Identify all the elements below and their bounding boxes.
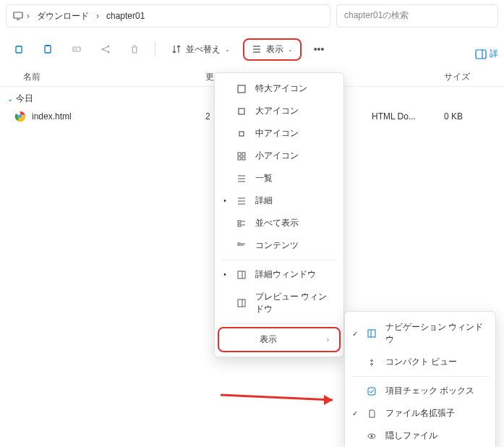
menu-item-filename-extensions[interactable]: ✓ファイル名拡張子 xyxy=(345,402,495,425)
svg-point-47 xyxy=(371,435,373,437)
square-icon xyxy=(235,106,248,116)
list-icon xyxy=(235,174,248,184)
section-label: 今日 xyxy=(16,93,33,105)
separator xyxy=(221,323,338,324)
col-size[interactable]: サイズ xyxy=(444,71,494,83)
annotation-arrow xyxy=(221,389,343,411)
chevron-down-icon: ⌄ xyxy=(7,95,13,103)
sort-button[interactable]: 並べ替え ⌄ xyxy=(164,40,237,59)
menu-item-navigation-window[interactable]: ✓ナビゲーション ウィンドウ xyxy=(345,316,495,351)
separator xyxy=(221,260,338,260)
menu-item-large-icons[interactable]: 大アイコン xyxy=(215,100,343,122)
compact-icon xyxy=(365,357,378,367)
svg-point-7 xyxy=(102,48,104,51)
content-icon xyxy=(235,241,248,251)
menu-item-show-submenu[interactable]: 表示› xyxy=(218,327,341,352)
breadcrumb-item-downloads[interactable]: ダウンロード xyxy=(33,9,93,24)
sort-icon xyxy=(171,44,181,54)
menu-item-medium-icons[interactable]: 中アイコン xyxy=(215,122,343,145)
svg-rect-34 xyxy=(238,224,241,226)
view-label: 表示 xyxy=(266,43,283,56)
file-size: 0 KB xyxy=(444,111,494,122)
svg-rect-3 xyxy=(45,46,51,53)
square-icon xyxy=(235,129,248,139)
svg-rect-21 xyxy=(239,132,244,136)
file-name: index.html xyxy=(32,111,72,122)
monitor-icon xyxy=(12,10,24,22)
list-icon xyxy=(252,44,262,54)
panel-icon xyxy=(365,328,378,339)
breadcrumb-item-chapter01[interactable]: chapter01 xyxy=(102,9,149,22)
list-icon xyxy=(235,196,248,206)
menu-item-preview-window[interactable]: プレビュー ウィンドウ xyxy=(215,286,343,320)
svg-rect-13 xyxy=(476,50,486,59)
grid-icon xyxy=(235,151,248,161)
menu-item-item-checkboxes[interactable]: 項目チェック ボックス xyxy=(345,380,495,402)
svg-point-18 xyxy=(19,115,22,118)
panel-icon xyxy=(235,270,248,280)
chevron-down-icon: ⌄ xyxy=(225,46,230,53)
svg-line-48 xyxy=(221,395,333,400)
svg-rect-41 xyxy=(238,299,245,307)
chevron-right-icon: › xyxy=(327,336,329,344)
rename-icon[interactable]: A xyxy=(65,38,88,61)
menu-item-compact-view[interactable]: コンパクト ビュー xyxy=(345,351,495,373)
breadcrumb[interactable]: › ダウンロード › chapter01 xyxy=(6,4,330,27)
svg-marker-49 xyxy=(324,395,333,405)
svg-rect-22 xyxy=(238,153,241,156)
separator xyxy=(351,376,490,377)
checkbox-icon xyxy=(365,386,378,396)
svg-rect-24 xyxy=(238,157,241,160)
details-toggle[interactable]: 詳 xyxy=(475,48,498,60)
delete-icon[interactable] xyxy=(123,38,146,61)
menu-item-content[interactable]: コンテンツ xyxy=(215,234,343,257)
copy-icon[interactable] xyxy=(7,38,30,61)
square-icon xyxy=(235,84,248,94)
menu-item-details[interactable]: •詳細 xyxy=(215,190,343,212)
svg-point-8 xyxy=(108,46,110,48)
paste-icon[interactable] xyxy=(36,38,59,61)
col-type[interactable] xyxy=(372,71,444,83)
chevron-down-icon: ⌄ xyxy=(288,46,293,53)
svg-rect-32 xyxy=(238,221,241,223)
separator xyxy=(155,42,155,56)
chrome-icon xyxy=(14,111,26,122)
svg-rect-36 xyxy=(238,243,240,245)
details-label: 詳 xyxy=(490,48,498,60)
col-name[interactable]: 名前 xyxy=(10,71,205,83)
sort-label: 並べ替え xyxy=(186,43,221,56)
svg-rect-43 xyxy=(368,330,375,337)
svg-rect-4 xyxy=(46,45,49,46)
menu-item-extra-large-icons[interactable]: 特大アイコン xyxy=(215,77,343,100)
file-type: HTML Do... xyxy=(372,111,444,122)
menu-item-hidden-files[interactable]: 隠しファイル xyxy=(345,425,495,447)
svg-rect-25 xyxy=(242,157,245,160)
show-submenu: ✓ナビゲーション ウィンドウ コンパクト ビュー 項目チェック ボックス ✓ファ… xyxy=(344,311,496,447)
share-icon[interactable] xyxy=(94,38,117,61)
view-menu: 特大アイコン 大アイコン 中アイコン 小アイコン 一覧 •詳細 並べて表示 コン… xyxy=(214,72,344,357)
svg-rect-19 xyxy=(238,85,245,93)
svg-rect-39 xyxy=(238,271,245,278)
svg-text:A: A xyxy=(74,47,77,51)
menu-item-small-icons[interactable]: 小アイコン xyxy=(215,145,343,167)
svg-rect-2 xyxy=(16,46,22,53)
more-icon[interactable]: ••• xyxy=(307,38,330,61)
menu-item-details-window[interactable]: •詳細ウィンドウ xyxy=(215,263,343,286)
search-input[interactable]: chapter01の検索 xyxy=(336,4,498,27)
chevron-right-icon: › xyxy=(25,11,31,21)
svg-rect-45 xyxy=(368,388,375,395)
svg-rect-23 xyxy=(242,153,245,156)
eye-icon xyxy=(365,431,378,441)
chevron-right-icon: › xyxy=(95,11,101,21)
view-button[interactable]: 表示 ⌄ xyxy=(243,38,302,61)
file-icon xyxy=(365,409,378,419)
svg-point-9 xyxy=(108,51,110,54)
panel-icon xyxy=(235,298,248,308)
svg-rect-0 xyxy=(14,12,22,18)
tiles-icon xyxy=(235,218,248,229)
menu-item-list[interactable]: 一覧 xyxy=(215,167,343,190)
svg-rect-20 xyxy=(239,108,244,114)
menu-item-tiles[interactable]: 並べて表示 xyxy=(215,212,343,234)
